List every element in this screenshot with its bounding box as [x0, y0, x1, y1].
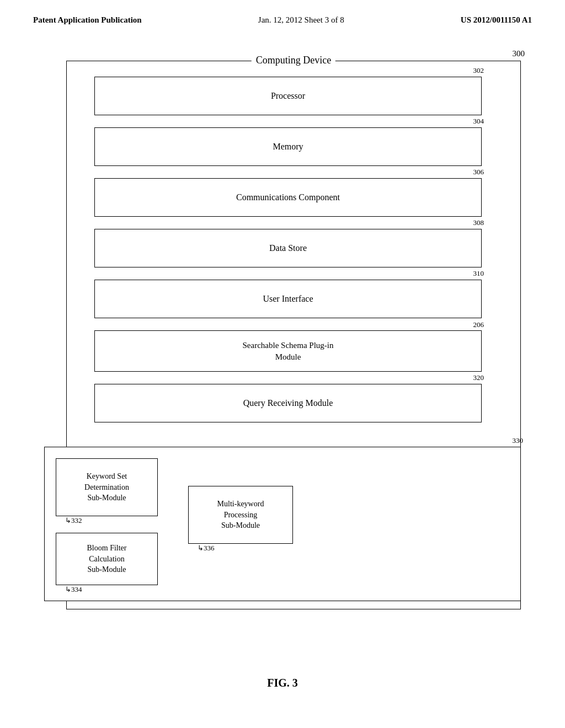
header-left: Patent Application Publication [33, 15, 142, 25]
searchable-schema-box: 206 Searchable Schema Plug-in Module [94, 330, 482, 372]
datastore-box: 308 Data Store [94, 229, 482, 267]
searchable-schema-label: Searchable Schema Plug-in Module [243, 340, 334, 363]
box-330: 330 Keyword Set Determination Sub-Module… [44, 447, 521, 601]
communications-label: Communications Component [236, 192, 340, 202]
datastore-label: Data Store [269, 243, 307, 253]
diagram-area: Computing Device 300 302 Processor 304 M… [33, 44, 532, 695]
ref-332: ↳332 [65, 516, 82, 526]
processor-label: Processor [271, 91, 305, 101]
memory-box: 304 Memory [94, 127, 482, 166]
keyword-set-box: Keyword Set Determination Sub-Module ↳33… [56, 458, 158, 516]
ref-300: 300 [513, 49, 525, 58]
ref-302: 302 [473, 66, 484, 75]
userinterface-label: User Interface [263, 294, 313, 304]
ref-310: 310 [473, 269, 484, 278]
ref-304: 304 [473, 117, 484, 126]
ref-320: 320 [473, 373, 484, 382]
communications-box: 306 Communications Component [94, 178, 482, 217]
header-right: US 2012/0011150 A1 [461, 15, 532, 25]
computing-device-label: Computing Device [252, 55, 335, 66]
ref-334: ↳334 [65, 585, 82, 595]
ref-206: 206 [473, 320, 484, 330]
ref-330: 330 [513, 436, 524, 445]
query-receiving-label: Query Receiving Module [243, 398, 333, 408]
query-receiving-box: 320 Query Receiving Module [94, 384, 482, 422]
ref-308: 308 [473, 218, 484, 227]
keyword-set-label: Keyword Set Determination Sub-Module [84, 471, 129, 504]
userinterface-box: 310 User Interface [94, 280, 482, 318]
ref-336: ↳336 [198, 543, 215, 553]
page-header: Patent Application Publication Jan. 12, … [0, 0, 565, 25]
processor-box: 302 Processor [94, 77, 482, 115]
multi-keyword-label: Multi-keyword Processing Sub-Module [217, 499, 264, 531]
ref-306: 306 [473, 168, 484, 176]
bloom-filter-label: Bloom Filter Calculation Sub-Module [87, 543, 127, 575]
memory-label: Memory [273, 142, 303, 152]
multi-keyword-box: Multi-keyword Processing Sub-Module ↳336 [188, 486, 293, 544]
header-center: Jan. 12, 2012 Sheet 3 of 8 [258, 15, 344, 25]
bloom-filter-box: Bloom Filter Calculation Sub-Module ↳334 [56, 533, 158, 585]
figure-label: FIG. 3 [267, 677, 298, 689]
